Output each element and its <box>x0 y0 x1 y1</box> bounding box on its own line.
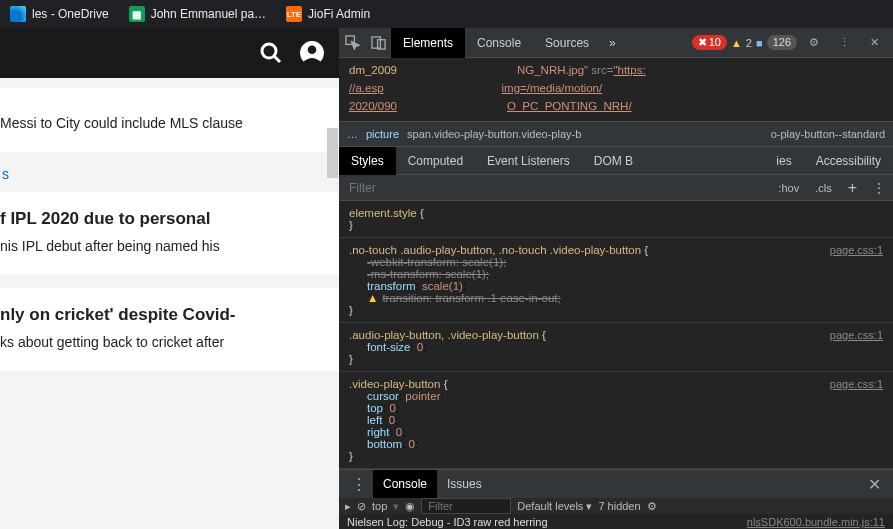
css-declaration[interactable]: left: 0; <box>349 414 883 426</box>
tab-event-listeners[interactable]: Event Listeners <box>475 147 582 175</box>
clear-console-icon[interactable]: ⊘ <box>357 500 366 513</box>
breadcrumb-span[interactable]: span.video-play-button.video-play-b <box>407 128 581 140</box>
console-sidebar-icon[interactable]: ▸ <box>345 500 351 513</box>
webpage-content: Messi to City could include MLS clause s… <box>0 28 339 529</box>
tab-elements[interactable]: Elements <box>391 28 465 58</box>
console-filter-input[interactable] <box>421 498 511 514</box>
browser-tab-onedrive[interactable]: les - OneDrive <box>0 0 119 28</box>
warning-count: 2 <box>746 37 752 49</box>
log-source-link[interactable]: nlsSDK600.bundle.min.js:11 <box>747 516 885 528</box>
css-rule[interactable]: page.css:1.audio-play-button, .video-pla… <box>339 323 893 372</box>
article-card[interactable]: Messi to City could include MLS clause <box>0 88 339 152</box>
rule-source-link[interactable]: page.css:1 <box>830 244 883 256</box>
elements-dom-view[interactable]: dm_2009NG_NRH.jpg" src="https: //a.espim… <box>339 58 893 121</box>
css-declaration[interactable]: right: 0; <box>349 426 883 438</box>
article-title: f IPL 2020 due to personal <box>0 208 329 231</box>
styles-pane[interactable]: element.style {}page.css:1.no-touch .aud… <box>339 201 893 469</box>
cls-toggle[interactable]: .cls <box>807 182 840 194</box>
css-declaration[interactable]: transform: scale(1); <box>349 280 883 292</box>
console-log-line: Nielsen Log: Debug - ID3 raw red herring… <box>339 514 893 529</box>
log-message: Nielsen Log: Debug - ID3 raw red herring <box>347 516 548 528</box>
css-declaration[interactable]: -ms-transform: scale(1); <box>349 268 883 280</box>
console-drawer: ⋮ Console Issues ✕ ▸ ⊘ top ▾ ◉ Default l… <box>339 469 893 529</box>
svg-rect-5 <box>371 37 379 48</box>
tab-label: JioFi Admin <box>308 7 370 21</box>
new-style-rule-icon[interactable]: + <box>840 179 865 197</box>
tab-sources[interactable]: Sources <box>533 28 601 58</box>
drawer-kebab-icon[interactable]: ⋮ <box>345 475 373 494</box>
sheets-icon: ▦ <box>129 6 145 22</box>
css-declaration[interactable]: bottom: 0; <box>349 438 883 450</box>
article-card[interactable]: nly on cricket' despite Covid- ks about … <box>0 288 339 371</box>
article-card[interactable]: f IPL 2020 due to personal nis IPL debut… <box>0 192 339 275</box>
link-fragment[interactable]: s <box>0 166 339 192</box>
lte-icon: LTE <box>286 6 302 22</box>
inspect-element-icon[interactable] <box>339 28 365 58</box>
avatar-icon[interactable] <box>299 40 325 66</box>
article-title: nly on cricket' despite Covid- <box>0 304 329 327</box>
issues-count-badge[interactable]: 126 <box>767 35 797 50</box>
tab-computed[interactable]: Computed <box>396 147 475 175</box>
kebab-icon[interactable]: ⋮ <box>831 28 857 58</box>
styles-tab-bar: Styles Computed Event Listeners DOM B ie… <box>339 147 893 175</box>
tab-console[interactable]: Console <box>465 28 533 58</box>
svg-line-1 <box>274 56 280 62</box>
onedrive-icon <box>10 6 26 22</box>
drawer-close-icon[interactable]: ✕ <box>862 475 887 494</box>
css-declaration[interactable]: ▲transition: transform .1 ease-in-out; <box>349 292 883 304</box>
tab-label: John Emmanuel pa… <box>151 7 266 21</box>
styles-filter-row: :hov .cls + ⋮ <box>339 175 893 201</box>
breadcrumb-ellipsis[interactable]: … <box>347 128 358 140</box>
elements-breadcrumb[interactable]: … picture span.video-play-button.video-p… <box>339 121 893 147</box>
browser-tab-jiofi[interactable]: LTE JioFi Admin <box>276 0 380 28</box>
styles-filter-input[interactable] <box>339 181 770 195</box>
css-rule[interactable]: page.css:1.no-touch .audio-play-button, … <box>339 238 893 323</box>
devtools-top-bar: Elements Console Sources » ✖ 10 ▲ 2 ■ 12… <box>339 28 893 58</box>
info-icon[interactable]: ■ <box>756 37 763 49</box>
gear-icon[interactable]: ⚙ <box>801 28 827 58</box>
rule-source-link[interactable]: page.css:1 <box>830 329 883 341</box>
css-rule[interactable]: element.style {} <box>339 201 893 238</box>
article-subtitle: nis IPL debut after being named his <box>0 237 329 257</box>
browser-tab-sheets[interactable]: ▦ John Emmanuel pa… <box>119 0 276 28</box>
error-count-badge[interactable]: ✖ 10 <box>692 35 727 50</box>
css-declaration[interactable]: top: 0; <box>349 402 883 414</box>
search-icon[interactable] <box>259 41 283 65</box>
css-declaration[interactable]: cursor: pointer; <box>349 390 883 402</box>
browser-tab-strip: les - OneDrive ▦ John Emmanuel pa… LTE J… <box>0 0 893 28</box>
article-subtitle: ks about getting back to cricket after <box>0 333 329 353</box>
scrollbar-thumb[interactable] <box>327 128 338 178</box>
console-context[interactable]: top <box>372 500 387 512</box>
tab-label: les - OneDrive <box>32 7 109 21</box>
drawer-tab-console[interactable]: Console <box>373 470 437 498</box>
log-levels-select[interactable]: Default levels ▾ <box>517 500 592 513</box>
css-declaration[interactable]: font-size: 0; <box>349 341 883 353</box>
device-toolbar-icon[interactable] <box>365 28 391 58</box>
breadcrumb-tail[interactable]: o-play-button--standard <box>771 128 885 140</box>
hidden-count[interactable]: 7 hidden <box>598 500 640 512</box>
css-declaration[interactable]: -webkit-transform: scale(1); <box>349 256 883 268</box>
tab-accessibility[interactable]: Accessibility <box>804 147 893 175</box>
live-expression-icon[interactable]: ◉ <box>405 500 415 513</box>
article-title: Messi to City could include MLS clause <box>0 114 329 134</box>
svg-point-0 <box>262 44 276 58</box>
tab-properties-tail[interactable]: ies <box>764 147 803 175</box>
warning-icon[interactable]: ▲ <box>731 37 742 49</box>
rule-source-link[interactable]: page.css:1 <box>830 378 883 390</box>
css-rule[interactable]: page.css:1.video-play-button {cursor: po… <box>339 372 893 469</box>
drawer-tab-issues[interactable]: Issues <box>437 470 492 498</box>
close-icon[interactable]: ✕ <box>861 28 887 58</box>
hov-toggle[interactable]: :hov <box>770 182 807 194</box>
breadcrumb-picture[interactable]: picture <box>366 128 399 140</box>
tab-dom-breakpoints[interactable]: DOM B <box>582 147 645 175</box>
tab-styles[interactable]: Styles <box>339 147 396 175</box>
page-header <box>0 28 339 78</box>
svg-point-3 <box>308 45 317 54</box>
devtools-panel: Elements Console Sources » ✖ 10 ▲ 2 ■ 12… <box>339 28 893 529</box>
styles-more-icon[interactable]: ⋮ <box>865 181 893 195</box>
console-settings-icon[interactable]: ⚙ <box>647 500 657 513</box>
tab-overflow-icon[interactable]: » <box>601 28 624 58</box>
